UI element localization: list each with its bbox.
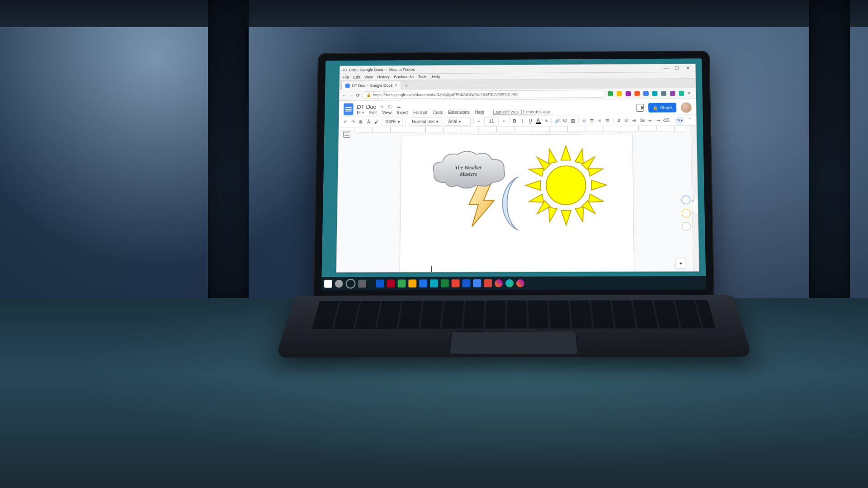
taskbar-app-icon[interactable] [462, 279, 471, 287]
add-emoji-icon[interactable] [682, 209, 691, 218]
decrease-indent-button[interactable]: ⇤ [647, 118, 653, 123]
taskbar-app-icon[interactable] [408, 280, 416, 288]
taskbar-app-icon[interactable] [441, 279, 449, 287]
decrease-font-button[interactable]: − [476, 119, 482, 124]
task-view-button[interactable] [358, 280, 366, 288]
maximize-button[interactable]: ☐ [672, 65, 682, 70]
align-center-button[interactable]: ☰ [589, 118, 594, 123]
ff-menu-history[interactable]: History [377, 75, 389, 80]
font-select[interactable]: Arial▾ [445, 117, 471, 125]
insert-link-button[interactable]: 🔗 [555, 118, 560, 123]
document-page[interactable]: The Weather Masters [399, 134, 634, 272]
bulleted-list-button[interactable]: •≡ [632, 118, 637, 123]
highlight-button[interactable]: ✎ [543, 118, 549, 123]
spellcheck-button[interactable]: Ă [366, 119, 372, 124]
paragraph-style-select[interactable]: Normal text▾ [409, 117, 442, 126]
numbered-list-button[interactable]: 1≡ [640, 118, 645, 123]
checklist-button[interactable]: ☑ [624, 118, 629, 123]
doc-title[interactable]: DT Doc [357, 103, 376, 110]
bold-button[interactable]: B [512, 118, 518, 123]
ext-icon[interactable] [661, 91, 666, 96]
back-button[interactable]: ← [342, 93, 347, 97]
hide-menus-button[interactable]: ˆ [687, 117, 693, 122]
taskbar-app-icon[interactable] [452, 279, 460, 287]
underline-button[interactable]: U [528, 118, 533, 123]
gdoc-menu-tools[interactable]: Tools [433, 110, 443, 115]
search-button[interactable] [335, 280, 343, 288]
ff-menu-bookmarks[interactable]: Bookmarks [394, 75, 414, 79]
ext-icon[interactable] [626, 91, 631, 96]
editing-mode-button[interactable]: ✎▾ [675, 116, 685, 124]
gdoc-menu-help[interactable]: Help [475, 110, 484, 115]
gdoc-menu-edit[interactable]: Edit [369, 110, 377, 115]
gdoc-menu-format[interactable]: Format [413, 110, 427, 115]
suggest-edit-icon[interactable] [682, 222, 691, 231]
print-button[interactable]: 🖶 [358, 119, 363, 124]
ff-menu-help[interactable]: Help [432, 75, 440, 79]
gdoc-menu-file[interactable]: File [357, 110, 364, 115]
gdoc-menu-insert[interactable]: Insert [397, 110, 408, 115]
taskbar-app-icon[interactable] [484, 279, 492, 287]
firefox-menu-button[interactable]: ≡ [688, 91, 693, 96]
url-bar[interactable]: 🔒 https://docs.google.com/document/d/1AY… [362, 90, 605, 99]
ext-icon[interactable] [634, 91, 640, 96]
align-left-button[interactable]: ≡ [581, 118, 587, 123]
reload-button[interactable]: ⟳ [356, 93, 360, 97]
meet-icon[interactable] [636, 104, 644, 112]
taskbar-app-icon[interactable] [430, 279, 438, 287]
show-outline-button[interactable] [343, 131, 350, 138]
insert-image-button[interactable]: 🖼 [571, 118, 576, 123]
tab-close-icon[interactable]: × [395, 83, 397, 87]
ext-icon[interactable] [670, 91, 675, 96]
document-canvas[interactable]: The Weather Masters [353, 126, 681, 272]
font-size-input[interactable]: 11 [484, 117, 498, 125]
star-icon[interactable]: ☆ [380, 104, 384, 109]
taskbar-app-icon[interactable] [516, 279, 524, 287]
line-spacing-button[interactable]: ⇵ [616, 118, 621, 123]
account-avatar[interactable] [681, 102, 692, 113]
start-button[interactable] [324, 280, 332, 288]
minimize-button[interactable]: — [661, 65, 671, 70]
move-icon[interactable]: 🗀 [387, 104, 392, 109]
taskbar-app-icon[interactable] [397, 280, 406, 288]
add-comment-button[interactable]: 🗨 [562, 118, 568, 123]
gdoc-menu-view[interactable]: View [382, 110, 392, 115]
italic-button[interactable]: I [520, 118, 525, 123]
close-button[interactable]: ✕ [683, 65, 693, 70]
increase-font-button[interactable]: ＋ [501, 118, 506, 124]
ext-icon[interactable] [617, 91, 622, 96]
cortana-button[interactable] [345, 279, 355, 289]
docs-logo-icon[interactable] [344, 103, 354, 116]
ff-menu-tools[interactable]: Tools [418, 75, 428, 79]
undo-button[interactable]: ↶ [343, 119, 348, 124]
align-right-button[interactable]: ≡ [597, 118, 603, 123]
ext-icon[interactable] [652, 91, 658, 96]
taskbar-app-icon[interactable] [505, 279, 514, 287]
ff-menu-view[interactable]: View [364, 75, 373, 80]
ext-icon[interactable] [608, 91, 613, 96]
windows-taskbar[interactable] [321, 276, 706, 291]
zoom-select[interactable]: 100%▾ [382, 117, 403, 126]
share-button[interactable]: 🔒 Share [648, 103, 676, 113]
redo-button[interactable]: ↷ [350, 119, 356, 124]
ff-menu-edit[interactable]: Edit [353, 75, 360, 80]
taskbar-app-icon[interactable] [495, 279, 503, 287]
increase-indent-button[interactable]: ⇥ [656, 118, 661, 123]
explore-button[interactable]: ✦ [675, 258, 686, 269]
browser-tab-active[interactable]: DT Doc – Google Docs × [341, 81, 401, 90]
new-tab-button[interactable]: ＋ [402, 82, 411, 89]
forward-button[interactable]: → [349, 93, 354, 97]
add-comment-icon[interactable] [681, 196, 690, 205]
cloud-status-icon[interactable]: ☁ [396, 103, 401, 109]
taskbar-app-icon[interactable] [387, 280, 395, 288]
sun-shape[interactable] [524, 145, 608, 226]
text-color-button[interactable]: A [536, 118, 541, 124]
align-justify-button[interactable]: ☰ [605, 118, 610, 123]
paint-format-button[interactable]: 🖌 [374, 119, 379, 124]
show-side-panel-button[interactable]: ‹ [692, 198, 698, 214]
ext-icon[interactable] [679, 91, 684, 96]
gdoc-menu-extensions[interactable]: Extensions [448, 110, 470, 115]
ext-icon[interactable] [643, 91, 649, 96]
taskbar-app-icon[interactable] [419, 279, 427, 287]
ff-menu-file[interactable]: File [342, 75, 349, 80]
